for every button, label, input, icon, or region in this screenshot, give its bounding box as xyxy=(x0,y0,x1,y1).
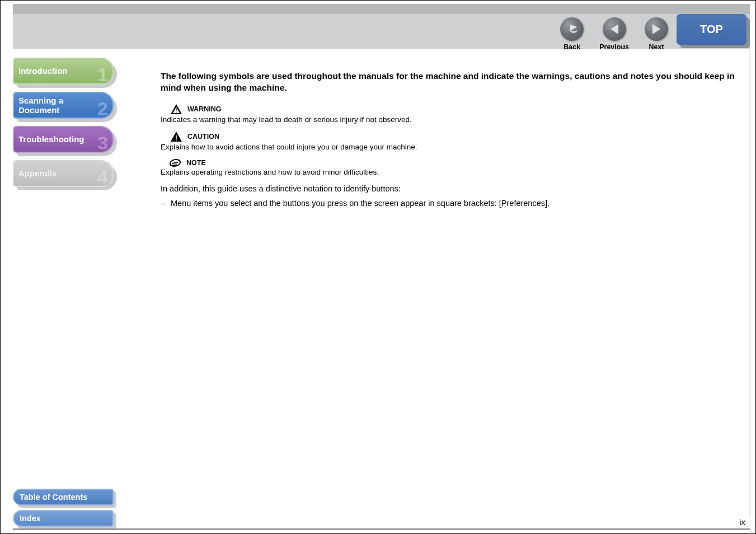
sidebar-item-number: 3 xyxy=(97,132,108,154)
table-of-contents-button[interactable]: Table of Contents xyxy=(13,489,114,505)
warning-block: ! WARNING Indicates a warning that may l… xyxy=(161,104,742,124)
index-button[interactable]: Index xyxy=(13,510,114,527)
caution-description: Explains how to avoid actions that could… xyxy=(161,143,742,151)
note-label: NOTE xyxy=(186,159,206,167)
tab-body: Appendix 4 xyxy=(13,160,114,187)
bottom-tabs: Table of Contents Index xyxy=(13,484,118,527)
nav-buttons: Back Previous Next xyxy=(560,17,668,51)
caution-block: ! CAUTION Explains how to avoid actions … xyxy=(161,132,742,151)
sidebar-item-label: Introduction xyxy=(18,66,67,76)
sidebar-item-appendix[interactable]: Appendix 4 xyxy=(13,160,114,187)
lead-paragraph: The following symbols are used throughou… xyxy=(161,71,742,94)
previous-label: Previous xyxy=(599,43,629,51)
next-icon-circle xyxy=(645,17,668,41)
next-label: Next xyxy=(649,43,664,51)
page-number: ix xyxy=(739,517,745,527)
sidebar-item-label: Troubleshooting xyxy=(18,134,84,144)
page-curl xyxy=(748,49,751,517)
tab-body: Troubleshooting 3 xyxy=(13,126,114,153)
top-button[interactable]: TOP xyxy=(677,14,746,45)
back-label: Back xyxy=(564,43,580,51)
caution-label: CAUTION xyxy=(187,133,219,140)
bullet-item: – Menu items you select and the buttons … xyxy=(161,199,742,208)
back-arrow-icon xyxy=(566,24,578,34)
page: Back Previous Next TOP Introduction 1 xyxy=(0,0,756,534)
previous-icon-circle xyxy=(603,17,626,41)
sidebar-item-number: 1 xyxy=(97,64,108,86)
warning-description: Indicates a warning that may lead to dea… xyxy=(161,115,742,124)
next-button[interactable]: Next xyxy=(645,17,668,51)
caution-icon: ! xyxy=(171,132,182,142)
tab-body: Introduction 1 xyxy=(13,58,114,85)
warning-icon: ! xyxy=(171,104,182,114)
sidebar: Introduction 1 Scanning a Document 2 Tro… xyxy=(13,58,118,194)
toc-label: Table of Contents xyxy=(20,493,87,502)
caution-row: ! CAUTION xyxy=(161,132,742,142)
top-strip xyxy=(13,4,750,14)
sidebar-item-label: Scanning a Document xyxy=(18,96,86,115)
note-description: Explains operating restrictions and how … xyxy=(161,168,742,176)
warning-label: WARNING xyxy=(187,105,221,113)
note-icon xyxy=(168,159,182,167)
next-triangle-icon xyxy=(652,24,660,34)
back-icon-circle xyxy=(560,17,584,41)
bullet-dash: – xyxy=(161,199,166,208)
previous-triangle-icon xyxy=(611,24,618,34)
additional-paragraph: In addition, this guide uses a distincti… xyxy=(161,184,742,193)
sidebar-item-scanning[interactable]: Scanning a Document 2 xyxy=(13,92,114,119)
sidebar-item-number: 2 xyxy=(97,98,108,120)
top-button-label: TOP xyxy=(700,23,723,36)
note-block: NOTE Explains operating restrictions and… xyxy=(161,159,742,176)
bullet-text: Menu items you select and the buttons yo… xyxy=(171,199,550,208)
previous-button[interactable]: Previous xyxy=(599,17,629,51)
btab-body: Table of Contents xyxy=(13,489,114,505)
sidebar-item-label: Appendix xyxy=(18,168,57,178)
tab-body: Scanning a Document 2 xyxy=(13,92,114,119)
btab-body: Index xyxy=(13,510,114,527)
index-label: Index xyxy=(20,514,41,523)
note-row: NOTE xyxy=(161,159,742,167)
bottom-border xyxy=(13,528,750,530)
sidebar-item-introduction[interactable]: Introduction 1 xyxy=(13,58,114,85)
sidebar-item-number: 4 xyxy=(97,166,108,188)
back-button[interactable]: Back xyxy=(560,17,584,51)
sidebar-item-troubleshooting[interactable]: Troubleshooting 3 xyxy=(13,126,114,153)
warning-row: ! WARNING xyxy=(161,104,742,114)
content-area: The following symbols are used throughou… xyxy=(161,71,742,208)
